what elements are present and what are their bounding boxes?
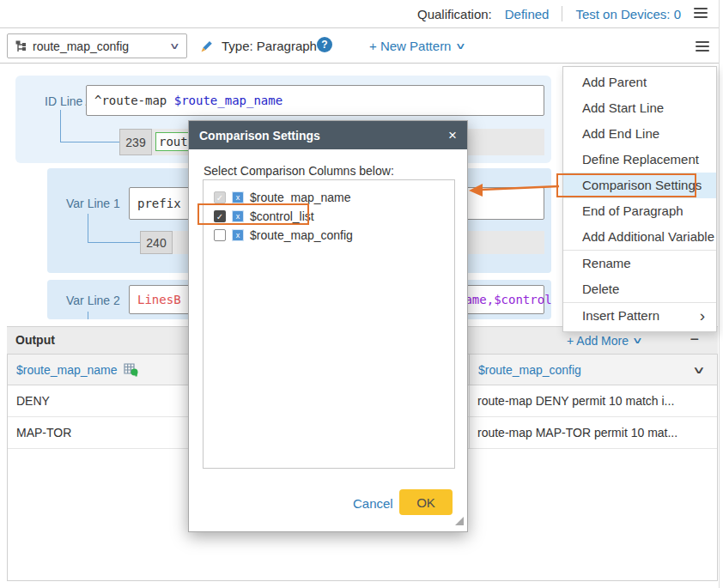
dialog-title: Comparison Settings (199, 129, 320, 142)
column-divider (469, 385, 470, 449)
code-fragment-purple: name,$control (458, 293, 552, 306)
dialog-header[interactable]: Comparison Settings × (189, 121, 467, 149)
ok-button[interactable]: OK (399, 489, 453, 515)
table-key-icon (124, 363, 139, 377)
var-line-1-label: Var Line 1 (66, 197, 120, 210)
new-pattern-button[interactable]: + New Pattern ∨ (369, 39, 465, 53)
connector-line (60, 142, 119, 142)
connector-line (88, 312, 88, 319)
column-option-route-map-config[interactable]: x $route_map_config (204, 226, 454, 245)
code-prefix: ^route-map (94, 94, 174, 107)
page-right-edge (719, 0, 720, 588)
hamburger-menu-icon[interactable] (694, 8, 708, 18)
connector-line (88, 242, 140, 243)
column-header-route-map-config[interactable]: $route_map_config ∨ (469, 355, 717, 385)
pattern-editor-page: Qualification: Defined Test on Devices: … (0, 0, 723, 588)
chevron-down-icon: ∨ (455, 41, 466, 52)
menu-item-delete[interactable]: Delete (563, 276, 716, 302)
comparison-settings-dialog: Comparison Settings × Select Comparison … (188, 120, 468, 532)
close-icon[interactable]: × (448, 128, 457, 142)
collapse-button[interactable]: − (690, 330, 699, 349)
pattern-context-menu: Add Parent Add Start Line Add End Line D… (562, 66, 717, 332)
connector-line (60, 110, 61, 142)
test-on-devices-link[interactable]: Test on Devices: 0 (575, 7, 681, 21)
pattern-tree-icon (15, 40, 27, 52)
pattern-options-menu-icon[interactable] (696, 41, 709, 52)
cell-route-map-config: route-map MAP-TOR permit 10 mat... (477, 426, 677, 439)
pattern-selector-value: route_map_config (33, 39, 129, 53)
variable-column-icon: x (232, 229, 244, 241)
chevron-right-icon: › (700, 303, 705, 329)
code-variable: $route_map_name (174, 94, 283, 107)
line-number-239: 239 (119, 129, 152, 155)
chevron-down-icon[interactable]: ∨ (692, 364, 706, 376)
line-number-240: 240 (140, 231, 173, 254)
code-text: LinesB (137, 293, 181, 306)
cancel-button[interactable]: Cancel (353, 496, 393, 511)
qualification-label: Qualification: (417, 7, 492, 21)
menu-item-rename[interactable]: Rename (563, 251, 716, 276)
code-text: prefix (137, 197, 181, 210)
pattern-type-label: Type: Paragraph (222, 39, 317, 53)
output-title: Output (15, 333, 55, 347)
help-icon[interactable]: ? (317, 37, 332, 52)
add-more-label: + Add More (567, 334, 629, 348)
cell-route-map-name: DENY (16, 394, 50, 408)
chevron-down-icon: ∨ (632, 336, 643, 346)
divider (562, 6, 562, 21)
menu-item-end-of-paragraph[interactable]: End of Paragraph (563, 198, 716, 224)
pattern-toolbar: route_map_config ∨ Type: Paragraph ? + N… (0, 29, 720, 64)
top-status-bar: Qualification: Defined Test on Devices: … (0, 0, 720, 28)
menu-item-add-parent[interactable]: Add Parent (563, 70, 716, 95)
menu-item-add-end-line[interactable]: Add End Line (563, 121, 716, 147)
dialog-instruction: Select Comparison Columns below: (204, 164, 394, 178)
menu-item-insert-pattern[interactable]: Insert Pattern › (563, 303, 716, 329)
chevron-down-icon: ∨ (169, 41, 180, 52)
annotation-highlight-box (556, 173, 696, 197)
checkbox-unchecked[interactable] (214, 229, 226, 241)
column-option-label: $route_map_name (250, 191, 351, 204)
new-pattern-label: + New Pattern (369, 39, 451, 53)
resize-handle[interactable] (455, 517, 464, 525)
qualification-value-link[interactable]: Defined (505, 7, 550, 21)
menu-item-add-start-line[interactable]: Add Start Line (563, 95, 716, 121)
cell-route-map-name: MAP-TOR (16, 426, 71, 439)
pattern-selector-dropdown[interactable]: route_map_config ∨ (7, 33, 187, 58)
column-header-label: $route_map_config (478, 363, 581, 377)
menu-item-label: Insert Pattern (582, 303, 659, 329)
cell-route-map-config: route-map DENY permit 10 match i... (477, 394, 674, 408)
id-line-pattern-input[interactable]: ^route-map $route_map_name (86, 85, 544, 116)
checkbox-checked-disabled: ✓ (214, 191, 226, 203)
menu-item-define-replacement[interactable]: Define Replacement (563, 147, 716, 173)
edit-pencil-icon[interactable] (198, 39, 214, 57)
menu-item-add-additional-variable[interactable]: Add Additional Variable (563, 224, 716, 250)
annotation-highlight-box (197, 203, 309, 225)
connector-line (88, 214, 88, 243)
var-line-2-label: Var Line 2 (66, 294, 120, 307)
column-option-label: $route_map_config (250, 228, 353, 242)
variable-column-icon: x (232, 191, 244, 203)
add-more-button[interactable]: + Add More ∨ (567, 334, 641, 348)
column-header-label: $route_map_name (16, 363, 118, 377)
